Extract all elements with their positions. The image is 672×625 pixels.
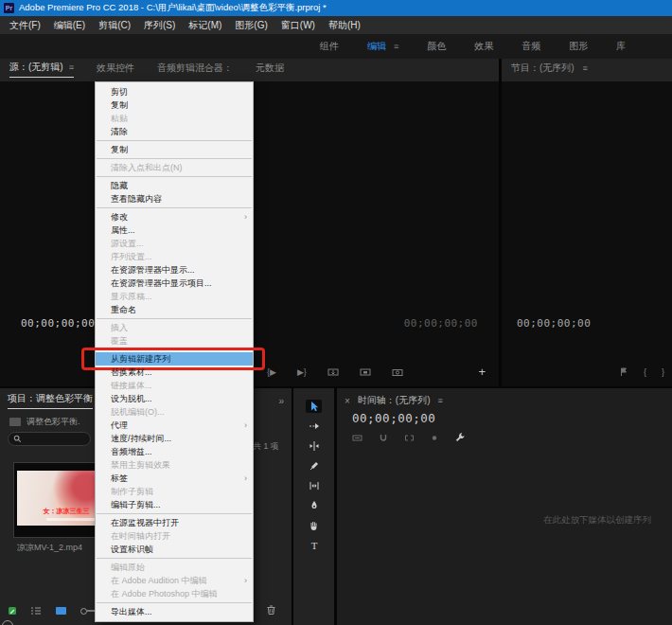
context-menu-item[interactable]: 编辑子剪辑... [96,498,253,511]
panel-menu-icon[interactable]: ≡ [69,62,74,72]
zoom-slider-knob[interactable] [80,608,87,615]
nest-sequence-icon[interactable] [352,434,363,442]
export-frame-icon[interactable] [392,367,403,377]
button-editor-plus-icon[interactable]: + [478,365,486,379]
ripple-edit-tool[interactable] [306,439,322,453]
list-view-icon[interactable] [30,606,42,616]
search-input[interactable] [8,432,91,446]
context-menu-item[interactable]: 剪切 [96,85,253,98]
menubar-item[interactable]: 文件(F) [3,16,47,34]
hand-tool[interactable] [306,519,322,532]
project-writable-icon[interactable] [8,606,17,616]
context-menu-item[interactable]: 从剪辑新建序列 [96,352,253,366]
source-timecode: 00;00;00;00 [21,317,95,330]
overwrite-icon[interactable] [360,367,371,377]
workspace-tab[interactable]: 编辑 [367,40,386,53]
go-to-in-icon[interactable]: {▶ [267,367,276,377]
workspace-tab[interactable]: 音频 [522,40,540,53]
context-menu-item: 链接媒体... [96,379,253,392]
context-menu-item[interactable]: 隐藏 [96,179,253,192]
workspace-tab[interactable]: 图形 [569,40,588,53]
track-select-forward-tool[interactable] [306,420,322,433]
pen-tool[interactable] [306,499,322,512]
type-tool[interactable]: T [306,539,322,552]
window-title: Adobe Premiere Pro CC 2018 - C:\用户\likai… [19,2,327,14]
program-panel-tab[interactable]: 节目：(无序列) ≡ [511,62,588,78]
context-menu-item[interactable]: 代理› [96,419,253,432]
context-menu-item: 制作子剪辑 [96,485,253,498]
context-menu-item: 清除入点和出点(N) [96,161,253,174]
panel-menu-icon[interactable]: ≡ [438,396,443,405]
context-menu-item[interactable]: 查看隐藏内容 [96,192,253,205]
menubar-item[interactable]: 剪辑(C) [92,16,137,34]
slip-tool[interactable] [306,479,322,492]
submenu-arrow-icon: › [244,574,247,587]
clip-filename[interactable]: 凉凉MV-1_2.mp4 [17,542,82,554]
menu-bar: 文件(F)编辑(E)剪辑(C)序列(S)标记(M)图形(G)窗口(W)帮助(H) [0,16,672,34]
menubar-item[interactable]: 编辑(E) [47,16,92,34]
menubar-item[interactable]: 图形(G) [228,16,274,34]
menubar-item[interactable]: 序列(S) [137,16,182,34]
menu-separator [97,207,252,208]
linked-selection-icon[interactable] [404,434,415,442]
context-menu-item[interactable]: 替换素材... [96,366,253,379]
context-menu-item[interactable]: 属性... [96,223,253,237]
context-menu-item[interactable]: 在资源管理器中显示项目... [96,277,253,290]
menu-separator [97,176,252,177]
panel-tab[interactable]: 效果控件 [97,62,134,78]
context-menu-item[interactable]: 设为脱机... [96,392,253,405]
snap-icon[interactable] [379,434,388,442]
submenu-arrow-icon: › [244,419,247,432]
insert-icon[interactable] [327,367,339,377]
menubar-item[interactable]: 帮助(H) [322,16,367,34]
add-marker-icon[interactable] [620,367,628,377]
panel-tab[interactable]: 元数据 [256,62,284,78]
panel-tab[interactable]: 源：(无剪辑)≡ [9,61,74,78]
workspace-tab[interactable]: 组件 [320,40,339,53]
context-menu-item[interactable]: 标签› [96,472,253,485]
extract-icon[interactable]: } [662,367,664,377]
menubar-item[interactable]: 窗口(W) [274,16,322,34]
context-menu-item: 在 Adobe Audition 中编辑› [96,574,253,587]
timeline-toolbar [352,432,466,443]
context-menu-item: 覆盖 [96,334,253,348]
timeline-panel-tab[interactable]: 时间轴：(无序列) [358,394,431,407]
timeline-settings-wrench-icon[interactable] [454,432,466,443]
lift-icon[interactable]: { [644,367,646,377]
timeline-panel: × 时间轴：(无序列) ≡ 00;00;00;00 在此处放下媒体以创建序列 [337,388,672,625]
item-count-label: 共 1 项 [254,441,278,453]
context-menu-item: 序列设置... [96,250,253,263]
panel-tab[interactable]: 音频剪辑混合器： [157,62,233,78]
timeline-timecode: 00;00;00;00 [352,411,435,425]
context-menu-item[interactable]: 音频增益... [96,445,253,458]
add-marker-icon[interactable] [431,434,438,442]
close-panel-icon[interactable]: × [345,396,350,406]
selection-tool[interactable] [306,400,322,413]
context-menu-item[interactable]: 复制 [96,143,253,156]
context-menu-item[interactable]: 重命名 [96,303,253,316]
panel-menu-icon[interactable]: ≡ [582,63,587,73]
context-menu-item[interactable]: 设置标识帧 [96,543,253,556]
panel-overflow-icon[interactable]: » [278,396,284,406]
context-menu: 剪切复制粘贴清除复制清除入点和出点(N)隐藏查看隐藏内容修改›属性...源设置.… [95,81,254,622]
context-menu-item[interactable]: 速度/持续时间... [96,432,253,445]
context-menu-item[interactable]: 清除 [96,125,253,138]
workspace-tab[interactable]: 颜色 [427,40,446,53]
menu-separator [97,140,252,141]
context-menu-item[interactable]: 修改› [96,210,253,223]
context-menu-item: 脱机编辑(O)... [96,405,253,419]
icon-view-icon[interactable] [55,606,67,616]
trash-icon[interactable] [266,604,276,616]
workspace-menu-icon[interactable]: ≡ [394,42,398,51]
workspace-tab[interactable]: 效果 [474,40,493,53]
context-menu-item[interactable]: 导出媒体... [96,605,253,618]
project-panel-tab[interactable]: 项目：调整色彩平衡 [8,392,93,409]
context-menu-item[interactable]: 在资源管理器中显示... [96,263,253,277]
menubar-item[interactable]: 标记(M) [182,16,228,34]
premiere-window: Pr Adobe Premiere Pro CC 2018 - C:\用户\li… [0,0,672,625]
context-menu-item[interactable]: 复制 [96,98,253,112]
context-menu-item[interactable]: 在源监视器中打开 [96,516,253,529]
workspace-tab[interactable]: 库 [616,40,626,53]
razor-tool[interactable] [306,459,322,473]
go-to-out-icon[interactable]: ▶} [297,367,307,377]
